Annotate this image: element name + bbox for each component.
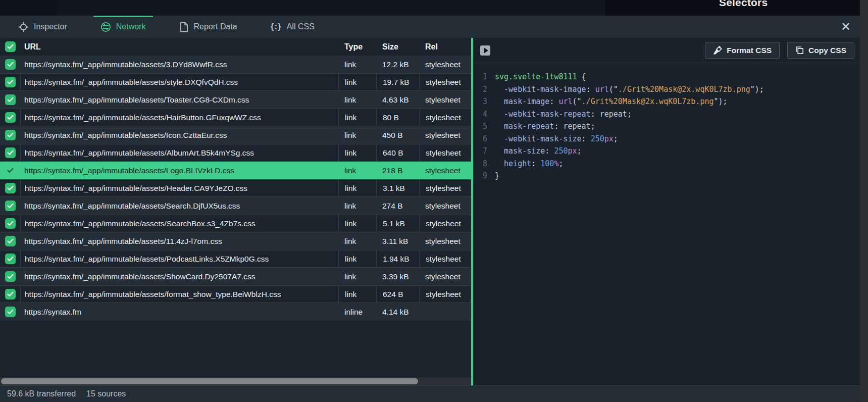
- table-row[interactable]: https://syntax.fm/_app/immutable/assets/…: [0, 268, 471, 285]
- code-line: 6 -webkit-mask-size: 250px;: [480, 133, 860, 145]
- checkbox-checked[interactable]: [5, 254, 16, 264]
- code-token-punct: :: [586, 83, 595, 96]
- button-label: Copy CSS: [808, 46, 846, 55]
- size-cell: 4.14 kB: [376, 308, 419, 317]
- table-row[interactable]: https://syntax.fm/_app/immutable/assets/…: [0, 162, 471, 179]
- checkbox-checked[interactable]: [5, 183, 16, 193]
- table-row[interactable]: https://syntax.fm/_app/immutable/assets/…: [0, 197, 471, 215]
- url-cell: https://syntax.fm/_app/immutable/assets/…: [20, 250, 338, 267]
- checkbox-checked[interactable]: [5, 165, 16, 176]
- checkbox-checked[interactable]: [5, 289, 16, 299]
- code-token-unit: px: [568, 145, 577, 158]
- size-cell: 640 B: [376, 144, 419, 161]
- table-row[interactable]: https://syntax.fm/_app/immutable/assets/…: [0, 232, 471, 250]
- page-behind-block-left: [0, 0, 57, 16]
- checkbox-checked[interactable]: [5, 218, 16, 229]
- table-row[interactable]: https://syntax.fminline4.14 kB: [0, 303, 471, 321]
- table-row[interactable]: https://syntax.fm/_app/immutable/assets/…: [0, 109, 471, 126]
- checkbox-checked[interactable]: [5, 271, 16, 282]
- css-code[interactable]: 1svg.svelte-1tw8111 {2 -webkit-mask-imag…: [473, 63, 860, 182]
- code-token-prop: height: [495, 158, 531, 170]
- checkbox-checked[interactable]: [5, 200, 16, 211]
- tab-network[interactable]: Network: [93, 16, 153, 38]
- type-cell: link: [338, 180, 376, 196]
- code-token-punct: :: [591, 108, 600, 121]
- code-token-punct: }: [495, 170, 499, 182]
- table-row[interactable]: https://syntax.fm/_app/immutable/assets/…: [0, 56, 471, 73]
- type-cell: link: [338, 250, 376, 267]
- checkbox-cell: [0, 77, 20, 87]
- line-number: 1: [480, 71, 487, 83]
- rel-cell: stylesheet: [419, 131, 471, 140]
- rel-cell: stylesheet: [419, 74, 471, 90]
- table-row[interactable]: https://syntax.fm/_app/immutable/assets/…: [0, 126, 471, 144]
- table-row[interactable]: https://syntax.fm/_app/immutable/assets/…: [0, 250, 471, 268]
- code-line: 8 height: 100%;: [480, 158, 860, 170]
- checkbox-cell: [0, 289, 20, 299]
- tab-label: Inspector: [34, 22, 67, 31]
- table-row[interactable]: https://syntax.fm/_app/immutable/assets/…: [0, 215, 471, 232]
- brush-icon: [713, 46, 722, 55]
- panel-collapse-icon[interactable]: [480, 45, 490, 56]
- tab-all-css[interactable]: {:} All CSS: [264, 16, 322, 38]
- column-header-type[interactable]: Type: [338, 42, 376, 52]
- code-token-prop: mask-repeat: [495, 120, 554, 133]
- main-split: URL Type Size Rel https://syntax.fm/_app…: [0, 38, 860, 385]
- checkbox-cell: [0, 271, 20, 282]
- size-cell: 624 B: [376, 286, 419, 303]
- checkbox-checked[interactable]: [5, 130, 16, 140]
- format-css-button[interactable]: Format CSS: [705, 42, 780, 59]
- checkbox-cell: [0, 130, 20, 140]
- rel-cell: stylesheet: [419, 166, 471, 175]
- code-token-unit: %: [554, 158, 558, 170]
- tab-bar: Inspector Network Report Data {:}: [0, 16, 860, 38]
- checkbox-checked[interactable]: [5, 112, 16, 123]
- horizontal-scrollbar-thumb[interactable]: [1, 378, 418, 384]
- line-number: 5: [480, 120, 487, 133]
- checkbox-checked[interactable]: [5, 236, 16, 246]
- type-cell: link: [338, 215, 376, 232]
- tab-label: Network: [116, 22, 146, 31]
- type-cell: link: [338, 131, 376, 140]
- table-row[interactable]: https://syntax.fm/_app/immutable/assets/…: [0, 91, 471, 109]
- checkbox-checked[interactable]: [5, 59, 16, 70]
- checkbox-checked[interactable]: [5, 147, 16, 158]
- checkbox-checked[interactable]: [5, 94, 16, 105]
- table-row[interactable]: https://syntax.fm/_app/immutable/assets/…: [0, 285, 471, 303]
- network-table: URL Type Size Rel https://syntax.fm/_app…: [0, 38, 471, 385]
- rel-cell: stylesheet: [419, 250, 471, 267]
- column-header-rel[interactable]: Rel: [419, 42, 471, 52]
- code-token-punct: ;: [558, 158, 563, 170]
- type-cell: inline: [338, 308, 376, 317]
- copy-css-button[interactable]: Copy CSS: [787, 42, 854, 59]
- rel-cell: stylesheet: [419, 60, 471, 69]
- size-cell: 3.1 kB: [376, 180, 419, 196]
- checkbox-cell: [0, 147, 20, 158]
- page-behind-block-right: Selectors: [604, 0, 860, 16]
- line-number: 4: [480, 108, 487, 121]
- checkbox-checked[interactable]: [5, 41, 16, 52]
- code-token-punct: :: [582, 133, 591, 145]
- table-row[interactable]: https://syntax.fm/_app/immutable/assets/…: [0, 73, 471, 91]
- code-token-prop: mask-size: [495, 145, 545, 158]
- document-icon: [179, 22, 189, 32]
- code-token-prop: -webkit-mask-size: [495, 133, 582, 145]
- code-token-punct: ;: [627, 108, 632, 121]
- line-number: 6: [480, 133, 487, 145]
- table-row[interactable]: https://syntax.fm/_app/immutable/assets/…: [0, 179, 471, 197]
- column-header-url[interactable]: URL: [20, 42, 338, 52]
- code-token-prop: mask-image: [495, 95, 549, 108]
- table-row[interactable]: https://syntax.fm/_app/immutable/assets/…: [0, 144, 471, 162]
- horizontal-scrollbar-track: [0, 377, 471, 385]
- code-line: 5 mask-repeat: repeat;: [480, 120, 860, 133]
- checkbox-checked[interactable]: [5, 307, 16, 317]
- tab-report-data[interactable]: Report Data: [172, 16, 244, 38]
- column-header-size[interactable]: Size: [376, 42, 419, 52]
- close-icon[interactable]: ✕: [841, 21, 851, 33]
- checkbox-checked[interactable]: [5, 77, 16, 87]
- type-cell: link: [338, 60, 376, 69]
- line-number: 9: [480, 170, 487, 182]
- url-cell: https://syntax.fm/_app/immutable/assets/…: [20, 215, 338, 232]
- tab-inspector[interactable]: Inspector: [11, 16, 74, 38]
- tab-label: Report Data: [194, 22, 237, 31]
